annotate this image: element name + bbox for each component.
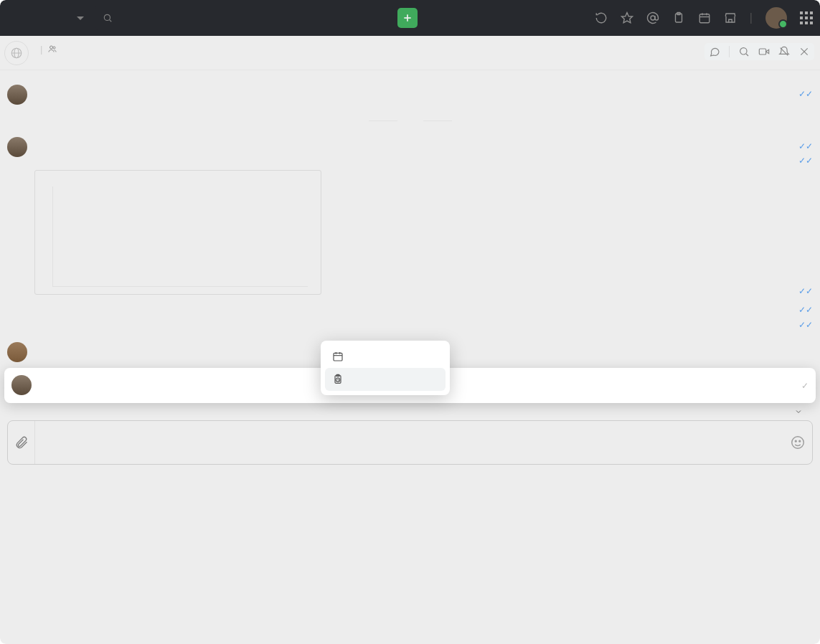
mentions-icon[interactable]: [646, 11, 659, 24]
calendar-icon: [332, 351, 344, 362]
svg-line-32: [338, 380, 339, 381]
read-receipt-icon: ✓✓: [798, 156, 813, 166]
reminder-icon: [332, 374, 344, 385]
svg-point-0: [104, 14, 110, 20]
svg-rect-19: [759, 49, 765, 55]
channel-header: |: [0, 36, 820, 70]
avatar[interactable]: [7, 137, 27, 157]
channel-member-count[interactable]: [48, 44, 59, 53]
message-list: ✓✓ ✓✓ ✓✓ ✓✓ ✓: [0, 70, 820, 416]
popover-set-reminder[interactable]: [325, 368, 446, 391]
svg-line-18: [746, 54, 748, 56]
chevron-down-icon: [77, 16, 84, 20]
message-row-highlighted: ✓: [4, 368, 816, 403]
avatar[interactable]: [11, 375, 32, 395]
svg-point-15: [50, 46, 53, 49]
emoji-hint: [0, 465, 820, 478]
message-composer: [7, 420, 813, 465]
message-row: ✓✓: [7, 79, 813, 110]
chart-attachment[interactable]: [34, 170, 321, 295]
mute-bell-icon[interactable]: [778, 46, 790, 57]
search-channel-icon[interactable]: [738, 46, 750, 57]
svg-point-5: [651, 16, 655, 20]
message-row: ✓✓ ✓✓ ✓✓ ✓✓ ✓✓: [7, 131, 813, 336]
emoji-icon: [790, 435, 806, 450]
divider: |: [750, 11, 753, 24]
emoji-button[interactable]: [783, 435, 812, 450]
plus-icon: [402, 13, 413, 23]
read-receipt-icon: ✓✓: [798, 305, 813, 315]
read-receipt-icon: ✓✓: [798, 89, 813, 99]
chevron-down-icon: [794, 407, 803, 416]
avatar[interactable]: [7, 85, 27, 105]
svg-point-17: [740, 48, 747, 55]
popover-add-to-calendar[interactable]: [325, 345, 446, 368]
topbar: |: [0, 0, 820, 36]
calendar-icon[interactable]: [698, 11, 711, 24]
read-receipt-icon: ✓✓: [798, 286, 813, 296]
profile-avatar[interactable]: [765, 7, 787, 29]
read-receipt-icon: ✓✓: [798, 141, 813, 151]
chat-icon[interactable]: [709, 46, 720, 57]
channel-actions: [704, 43, 814, 60]
svg-line-1: [110, 20, 112, 22]
close-icon[interactable]: [798, 46, 810, 57]
svg-point-34: [795, 440, 796, 442]
global-search[interactable]: [95, 6, 393, 30]
star-icon[interactable]: [621, 11, 633, 24]
attach-button[interactable]: [8, 421, 35, 464]
svg-point-16: [53, 47, 55, 49]
svg-rect-8: [699, 14, 710, 23]
svg-rect-24: [334, 353, 342, 361]
date-separator: [7, 120, 813, 121]
store-icon[interactable]: [724, 11, 737, 24]
sent-receipt-icon: ✓: [801, 381, 809, 391]
search-input[interactable]: [118, 13, 386, 24]
composer-input[interactable]: [35, 437, 783, 449]
message-actions-toggle[interactable]: [7, 403, 813, 416]
svg-point-35: [799, 440, 801, 442]
read-receipt-icon: ✓✓: [798, 320, 813, 330]
globe-icon: [10, 47, 23, 60]
new-button[interactable]: [397, 8, 418, 28]
svg-point-33: [792, 437, 804, 449]
separator: |: [40, 44, 42, 55]
topbar-icons: |: [595, 7, 813, 29]
time-action-popover: [321, 341, 450, 395]
video-icon[interactable]: [758, 46, 770, 57]
search-icon: [103, 13, 113, 23]
svg-marker-4: [621, 13, 632, 23]
avatar[interactable]: [7, 342, 27, 362]
history-icon[interactable]: [595, 11, 608, 24]
scope-filter-dropdown[interactable]: [7, 16, 90, 20]
clipboard-icon[interactable]: [672, 11, 685, 24]
paperclip-icon: [14, 435, 29, 450]
channel-avatar[interactable]: [4, 41, 29, 65]
people-icon: [48, 44, 57, 53]
chart-plot-area: [52, 186, 308, 287]
apps-grid-icon[interactable]: [800, 11, 813, 24]
